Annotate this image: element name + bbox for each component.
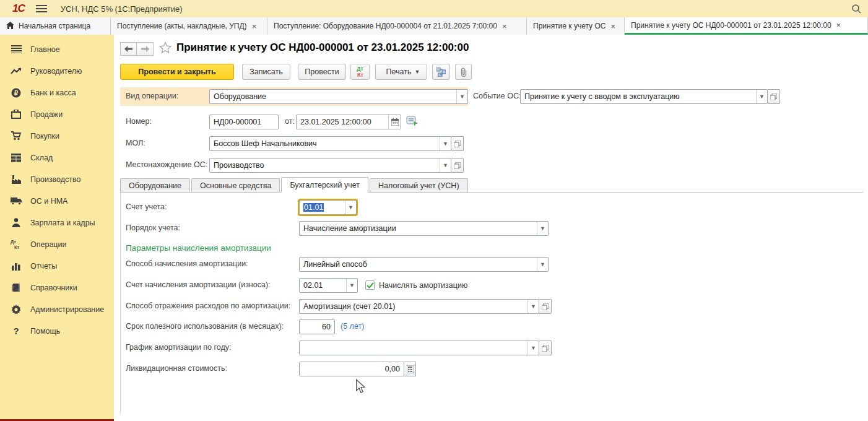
sidebar-item-administration[interactable]: Администрирование [0,298,114,320]
back-button[interactable] [120,42,137,56]
event-value: Принятие к учету с вводом в эксплуатацию [521,90,756,103]
sidebar-item-purchases[interactable]: Покупки [0,125,114,147]
sidebar-item-warehouse[interactable]: Склад [0,147,114,168]
schedule-select[interactable]: ▼ [299,341,539,355]
accrue-depreciation-checkbox[interactable] [365,280,375,290]
location-open-button[interactable] [451,158,464,173]
term-hint: (5 лет) [341,322,364,331]
sidebar-item-main[interactable]: Главное [0,38,114,60]
chevron-down-icon[interactable]: ▼ [440,158,451,172]
post-and-close-button[interactable]: Провести и закрыть [120,64,234,80]
location-value: Производство [210,158,440,172]
trend-icon [10,66,22,77]
chevron-down-icon[interactable]: ▼ [456,90,467,103]
sidebar-item-os-nma[interactable]: ОС и НМА [0,190,114,212]
schedule-value [300,341,527,355]
attachments-button[interactable] [455,64,472,80]
chevron-down-icon[interactable]: ▼ [527,341,539,355]
sidebar-item-production[interactable]: Производство [0,168,114,190]
method-value: Линейный способ [300,258,537,271]
mol-open-button[interactable] [451,136,464,151]
tab-equipment[interactable]: Оборудование [120,178,190,193]
tab-os-acceptance-list[interactable]: Принятие к учету ОС × [527,17,625,35]
calculator-button[interactable] [404,362,416,376]
os-event-select[interactable]: Принятие к учету с вводом в эксплуатацию… [520,89,768,104]
sidebar-item-directories[interactable]: Справочники [0,277,114,298]
tab-receipts-list[interactable]: Поступление (акты, накладные, УПД) × [111,17,267,35]
chevron-down-icon[interactable]: ▼ [345,201,356,214]
tab-accounting[interactable]: Бухгалтерский учет [281,177,368,193]
schedule-open-button[interactable] [539,341,552,355]
liquidation-label: Ликвидационная стоимость: [126,364,227,373]
mol-select[interactable]: Боссов Шеф Начальникович ▼ [209,136,451,151]
set-current-date-icon[interactable] [406,115,419,128]
depr-account-select[interactable]: 02.01 ▼ [299,278,358,293]
close-icon[interactable]: × [502,22,507,31]
favorite-star-icon[interactable] [159,41,171,56]
sidebar-item-bank[interactable]: ₽ Банк и касса [0,82,114,103]
sidebar-item-operations[interactable]: ДтКт Операции [0,233,114,255]
tab-home[interactable]: Начальная страница [0,17,111,35]
number-input[interactable]: НД00-000001 [209,115,279,129]
chevron-down-icon[interactable]: ▼ [537,258,548,271]
tab-tax-usn[interactable]: Налоговый учет (УСН) [370,178,468,193]
1c-logo-icon: 1С [12,2,25,15]
sidebar-item-label: Покупки [30,132,59,141]
tab-label: Бухгалтерский учет [290,181,360,189]
method-select[interactable]: Линейный способ ▼ [299,257,549,272]
depr-account-value: 02.01 [300,279,346,292]
global-search-icon[interactable] [849,2,863,15]
expense-select[interactable]: Амортизация (счет 20.01) ▼ [299,299,539,314]
forward-button[interactable] [137,42,154,56]
close-icon[interactable]: × [836,20,841,30]
tab-receipt-doc[interactable]: Поступление: Оборудование НД00-000004 от… [267,17,527,35]
calendar-icon[interactable] [388,115,401,129]
sidebar-item-hr[interactable]: Зарплата и кадры [0,212,114,233]
account-select[interactable]: 01.01 ▼ [299,200,357,215]
tab-os-acceptance-doc[interactable]: Принятие к учету ОС НД00-000001 от 23.01… [625,17,868,35]
print-button[interactable]: Печать ▼ [375,64,427,80]
order-select[interactable]: Начисление амортизации ▼ [299,221,549,236]
tab-fixed-assets[interactable]: Основные средства [191,178,280,193]
sidebar-item-reports[interactable]: Отчеты [0,255,114,277]
tab-label: Основные средства [200,181,271,190]
expense-open-button[interactable] [539,299,552,314]
depr-account-label: Счет начисления амортизации (износа): [126,280,271,289]
sidebar: Главное Руководителю ₽ Банк и касса Прод… [0,35,114,419]
dtkt-postings-button[interactable]: ДтКт [350,64,370,80]
app-window: 1С УСН, НДС 5% (1С:Предприятие) Начальна… [0,0,868,421]
event-label: Событие ОС: [473,92,521,100]
chart-icon [10,261,22,272]
liquidation-input[interactable]: 0,00 [299,362,404,376]
sidebar-item-label: Операции [30,240,66,249]
operation-kind-select[interactable]: Оборудование ▼ [209,89,468,104]
accrue-checkbox-label[interactable]: Начислять амортизацию [379,281,467,290]
sidebar-item-label: Банк и касса [30,89,76,97]
sidebar-item-manager[interactable]: Руководителю [0,60,114,82]
app-title: УСН, НДС 5% (1С:Предприятие) [61,4,183,14]
sidebar-item-label: Справочники [30,284,77,292]
post-button[interactable]: Провести [298,64,346,80]
sidebar-item-sales[interactable]: Продажи [0,103,114,125]
home-icon [6,22,14,31]
chevron-down-icon[interactable]: ▼ [440,137,451,150]
tab-label: Принятие к учету ОС НД00-000001 от 23.01… [631,21,831,30]
term-input[interactable]: 60 [299,319,335,334]
structure-button[interactable] [432,64,450,80]
save-button[interactable]: Записать [242,64,290,80]
chevron-down-icon[interactable]: ▼ [756,90,767,103]
chevron-down-icon[interactable]: ▼ [346,279,357,292]
close-icon[interactable]: × [610,22,615,31]
date-input[interactable]: 23.01.2025 12:00:00 [296,115,401,129]
chevron-down-icon[interactable]: ▼ [527,300,539,313]
chevron-down-icon[interactable]: ▼ [537,222,548,235]
location-select[interactable]: Производство ▼ [209,158,451,173]
sidebar-item-help[interactable]: ? Помощь [0,320,114,342]
svg-text:Кт: Кт [14,245,20,250]
main-menu-icon[interactable] [36,5,47,12]
factory-icon [10,174,22,185]
event-open-button[interactable] [768,89,780,104]
cart-icon [10,131,22,142]
svg-text:Дт: Дт [11,239,16,245]
close-icon[interactable]: × [252,22,257,31]
